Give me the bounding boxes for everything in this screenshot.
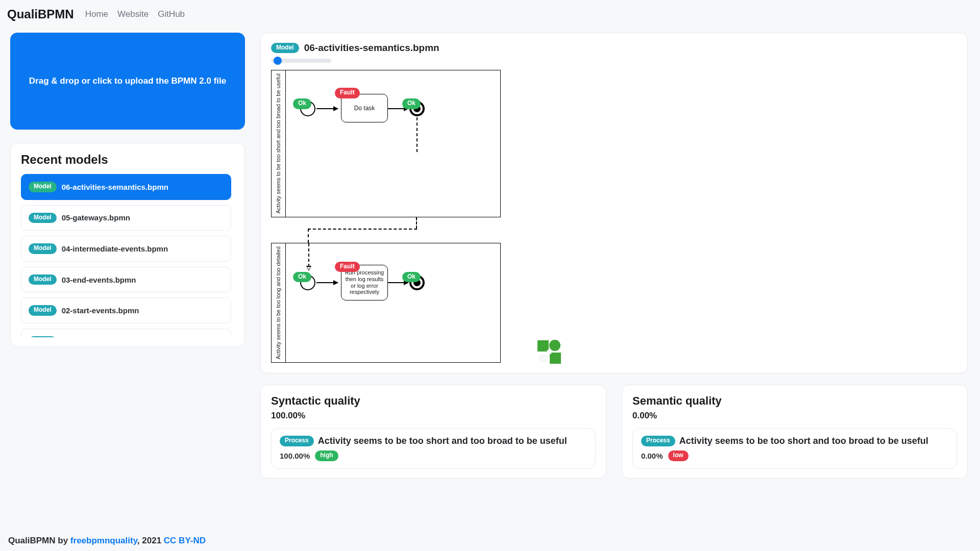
sequence-flow [316, 108, 338, 109]
process-card[interactable]: Process Activity seems to be too short a… [271, 428, 596, 469]
process-card[interactable]: Process Activity seems to be too short a… [632, 428, 957, 469]
footer: QualiBPMN by freebpmnquality, 2021 CC BY… [0, 529, 980, 551]
syntactic-quality-card: Syntactic quality 100.00% Process Activi… [260, 385, 606, 479]
ok-badge: Ok [293, 272, 311, 283]
message-flow [416, 217, 417, 229]
model-chip: Model [29, 243, 57, 254]
model-item[interactable]: Model 04-intermediate-events.bpmn [21, 236, 231, 262]
model-item-label: 04-intermediate-events.bpmn [62, 244, 168, 253]
bpmn-canvas[interactable]: Activity seems to be too short and too b… [271, 70, 536, 363]
task-label: Do task [354, 105, 375, 112]
nav-link-website[interactable]: Website [117, 9, 149, 19]
model-item[interactable]: Model 03-end-events.bpmn [21, 267, 231, 293]
footer-prefix: QualiBPMN by [8, 536, 70, 545]
task-label: Run processing then log results or log e… [345, 269, 384, 295]
upload-dropzone-label: Drag & drop or click to upload the BPMN … [29, 76, 226, 86]
model-item[interactable]: Model 02-start-events.bpmn [21, 297, 231, 323]
pool-2: Activity seems to be too long and too de… [271, 243, 501, 363]
fault-badge: Fault [335, 88, 360, 98]
sequence-flow [316, 282, 338, 283]
model-item-label: 06-activities-semantics.bpmn [62, 183, 168, 191]
level-badge-low: low [668, 450, 689, 461]
model-chip: Model [29, 274, 57, 285]
zoom-slider[interactable] [271, 59, 331, 63]
model-chip: Model [29, 336, 57, 337]
zoom-control-row [271, 59, 957, 63]
pool-1: Activity seems to be too short and too b… [271, 70, 501, 217]
svg-rect-0 [537, 340, 549, 352]
navbar: QualiBPMN Home Website GitHub [0, 0, 980, 27]
model-chip: Model [29, 182, 57, 192]
syntactic-title: Syntactic quality [271, 394, 596, 408]
model-item-label: 05-gateways.bpmn [62, 213, 130, 222]
message-arrowhead-icon [306, 266, 311, 271]
model-item[interactable]: Model 05-gateways.bpmn [21, 205, 231, 231]
left-column: Drag & drop or click to upload the BPMN … [10, 33, 245, 479]
recent-models-title: Recent models [21, 153, 234, 167]
pool-2-lane: Ok Fault Run processing then log results… [286, 243, 500, 322]
footer-year: , 2021 [137, 536, 164, 545]
recent-models-list[interactable]: Model 06-activities-semantics.bpmn Model… [21, 174, 234, 337]
viewer-header: Model 06-activities-semantics.bpmn [271, 42, 957, 54]
process-pct: 100.00% [280, 452, 310, 460]
brand-logo[interactable]: QualiBPMN [7, 7, 74, 21]
pool-1-lane: Ok Fault Do task Ok [286, 70, 500, 152]
message-flow [416, 117, 418, 152]
viewer-card: Model 06-activities-semantics.bpmn Activ… [260, 33, 968, 373]
upload-dropzone[interactable]: Drag & drop or click to upload the BPMN … [10, 33, 245, 130]
right-column: Model 06-activities-semantics.bpmn Activ… [260, 33, 968, 479]
model-item[interactable]: Model 01-tasks.bpmn [21, 329, 231, 337]
bpmn-io-logo-icon [536, 339, 562, 365]
recent-models-card: Recent models Model 06-activities-semant… [10, 143, 245, 347]
fault-badge: Fault [335, 262, 360, 272]
process-text: Activity seems to be too short and too b… [318, 436, 587, 446]
semantic-title: Semantic quality [632, 394, 957, 408]
level-badge-high: high [315, 450, 338, 461]
model-chip: Model [29, 305, 57, 316]
process-text: Activity seems to be too short and too b… [679, 436, 948, 446]
syntactic-pct: 100.00% [271, 411, 596, 421]
semantic-quality-card: Semantic quality 0.00% Process Activity … [622, 385, 968, 479]
model-chip: Model [271, 43, 299, 54]
nav-link-github[interactable]: GitHub [158, 9, 185, 19]
ok-badge: Ok [402, 272, 421, 283]
process-pct: 0.00% [641, 452, 663, 460]
message-flow [308, 229, 417, 230]
model-chip: Model [29, 213, 57, 223]
footer-author-link[interactable]: freebpmnquality [70, 536, 137, 545]
process-chip: Process [641, 436, 675, 446]
model-item[interactable]: Model 06-activities-semantics.bpmn [21, 174, 231, 200]
model-item-label: 02-start-events.bpmn [62, 306, 139, 315]
process-chip: Process [280, 436, 314, 446]
model-item-label: 03-end-events.bpmn [62, 276, 136, 284]
svg-rect-1 [550, 353, 561, 364]
ok-badge: Ok [293, 98, 311, 109]
svg-point-4 [547, 349, 552, 355]
nav-link-home[interactable]: Home [85, 9, 108, 19]
svg-point-3 [538, 354, 548, 363]
quality-row: Syntactic quality 100.00% Process Activi… [260, 385, 968, 479]
svg-point-2 [549, 340, 560, 351]
pool-2-label: Activity seems to be too long and too de… [272, 243, 286, 362]
nav-links: Home Website GitHub [85, 9, 185, 19]
message-flow [308, 229, 309, 243]
ok-badge: Ok [402, 98, 421, 109]
pool-1-label: Activity seems to be too short and too b… [272, 70, 286, 217]
main-grid: Drag & drop or click to upload the BPMN … [0, 27, 980, 479]
footer-license-link[interactable]: CC BY-ND [164, 536, 206, 545]
sequence-flow [388, 282, 408, 283]
message-flow [308, 243, 309, 267]
viewer-filename: 06-activities-semantics.bpmn [304, 42, 439, 54]
semantic-pct: 0.00% [632, 411, 957, 421]
